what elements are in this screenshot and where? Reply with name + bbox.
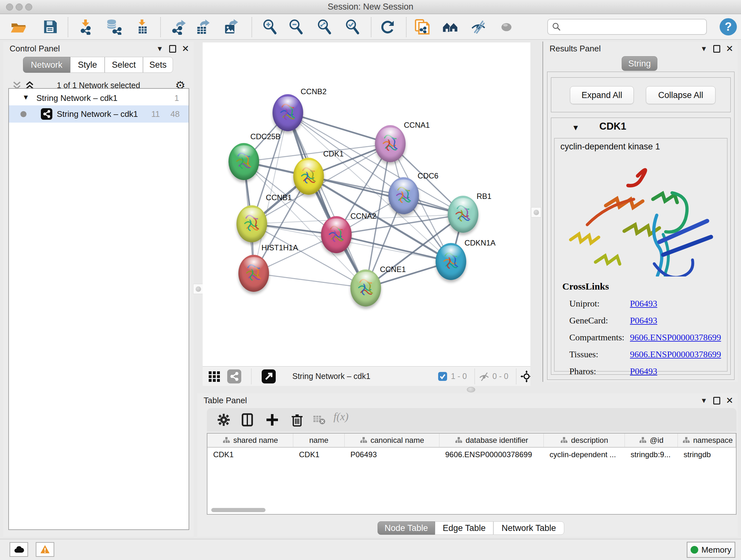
maximize-panel-button[interactable] xyxy=(713,397,720,405)
add-column-plus-icon[interactable] xyxy=(265,413,280,427)
maximize-panel-button[interactable] xyxy=(713,45,720,53)
cell-shared-name[interactable]: CDK1 xyxy=(207,448,293,462)
network-edge[interactable] xyxy=(336,235,451,261)
network-view-icon[interactable] xyxy=(227,369,241,383)
cell-database-identifier[interactable]: 9606.ENSP00000378699 xyxy=(440,448,544,462)
column-header-canonical-name[interactable]: canonical name xyxy=(345,434,440,447)
column-header-id[interactable]: @id xyxy=(625,434,678,447)
control-panel-title: Control Panel xyxy=(10,42,60,56)
tab-edge-table[interactable]: Edge Table xyxy=(435,521,493,535)
maximize-panel-button[interactable] xyxy=(169,45,176,53)
network-node-cdkn1a[interactable] xyxy=(435,243,466,280)
tree-expander-icon[interactable]: ▼ xyxy=(22,93,29,102)
selected-checkbox-icon[interactable] xyxy=(438,372,447,381)
float-panel-button[interactable]: ▼ xyxy=(700,396,708,405)
crosslink-link[interactable]: P06493 xyxy=(630,366,657,376)
close-panel-button[interactable]: ✕ xyxy=(182,45,189,53)
network-row[interactable]: String Network – cdk1 11 48 xyxy=(9,105,189,123)
duplicate-network-button[interactable] xyxy=(413,18,431,36)
entry-expander-icon[interactable]: ▼ xyxy=(572,123,580,132)
cell-canonical-name[interactable]: P06493 xyxy=(345,448,440,462)
memory-button[interactable]: Memory xyxy=(687,542,735,558)
cell-name[interactable]: CDK1 xyxy=(293,448,345,462)
network-node-cdc6[interactable] xyxy=(388,177,419,214)
export-image-button[interactable] xyxy=(221,18,239,36)
network-node-cdc25b[interactable] xyxy=(228,143,259,180)
crosslink-link[interactable]: 9606.ENSP00000378699 xyxy=(630,332,721,343)
delete-trash-icon[interactable] xyxy=(290,413,305,427)
expand-all-button[interactable]: Expand All xyxy=(570,86,634,104)
float-panel-button[interactable]: ▼ xyxy=(700,45,708,53)
crosslink-link[interactable]: P06493 xyxy=(630,315,657,326)
show-all-button[interactable] xyxy=(497,18,515,36)
zoom-fit-button[interactable] xyxy=(315,18,333,36)
network-edge[interactable] xyxy=(309,176,463,214)
column-header-namespace[interactable]: namespace xyxy=(678,434,736,447)
open-in-new-window-icon[interactable] xyxy=(262,369,276,383)
grid-view-icon[interactable] xyxy=(207,369,221,383)
table-row[interactable]: CDK1 CDK1 P06493 9606.ENSP00000378699 cy… xyxy=(207,448,736,462)
cell-namespace[interactable]: stringdb xyxy=(678,448,736,462)
column-header-shared-name[interactable]: shared name xyxy=(207,434,293,447)
open-session-button[interactable] xyxy=(10,18,27,36)
splitter-handle[interactable] xyxy=(531,207,541,217)
network-node-hist1h1a[interactable] xyxy=(239,255,269,292)
tab-sets[interactable]: Sets xyxy=(143,57,173,73)
network-node-ccna1[interactable] xyxy=(375,125,406,162)
warning-button[interactable] xyxy=(36,542,54,557)
crosslink-link[interactable]: 9606.ENSP00000378699 xyxy=(630,349,721,360)
network-node-ccnb1[interactable] xyxy=(237,205,267,242)
collapse-all-button[interactable]: Collapse All xyxy=(646,86,716,104)
import-network-button[interactable] xyxy=(77,18,95,36)
table-header-row: shared name name canonical name database… xyxy=(207,434,736,448)
collection-label: String Network – cdk1 xyxy=(37,91,118,105)
cell-description[interactable]: cyclin-dependent ... xyxy=(544,448,625,462)
right-splitter[interactable] xyxy=(530,40,542,393)
network-node-ccna2[interactable] xyxy=(321,216,352,253)
network-node-ccne1[interactable] xyxy=(350,269,381,307)
show-columns-icon[interactable] xyxy=(240,413,255,427)
tab-node-table[interactable]: Node Table xyxy=(378,521,435,535)
zoom-in-button[interactable] xyxy=(261,18,279,36)
tab-network[interactable]: Network xyxy=(23,57,70,73)
zoom-selected-button[interactable] xyxy=(343,18,361,36)
horizontal-scrollbar[interactable] xyxy=(211,508,266,512)
first-neighbors-button[interactable] xyxy=(441,18,459,36)
export-network-button[interactable] xyxy=(170,18,188,36)
network-canvas[interactable]: CCNB2CCNA1CDC25BCDK1CDC6RB1CCNB1CCNA2CDK… xyxy=(203,43,530,366)
column-header-name[interactable]: name xyxy=(293,434,345,447)
cell-id[interactable]: stringdb:9... xyxy=(625,448,678,462)
network-collection-row[interactable]: ▼ String Network – cdk1 1 xyxy=(9,91,189,105)
zoom-out-button[interactable] xyxy=(287,18,305,36)
tab-network-table[interactable]: Network Table xyxy=(493,521,564,535)
refresh-network-button[interactable] xyxy=(379,18,397,36)
network-node-ccnb2[interactable] xyxy=(273,94,303,131)
close-panel-button[interactable]: ✕ xyxy=(726,45,733,53)
tab-string[interactable]: String xyxy=(622,56,657,71)
tab-select[interactable]: Select xyxy=(105,57,143,73)
network-node-cdk1[interactable] xyxy=(293,158,324,195)
horizontal-splitter[interactable] xyxy=(203,386,530,393)
crosslink-link[interactable]: P06493 xyxy=(630,299,657,309)
import-table-button[interactable] xyxy=(133,18,151,36)
table-settings-gear-icon[interactable] xyxy=(216,413,231,427)
hidden-eye-slash-icon[interactable] xyxy=(479,371,489,382)
tab-style[interactable]: Style xyxy=(70,57,105,73)
network-node-rb1[interactable] xyxy=(448,196,478,233)
column-header-database-identifier[interactable]: database identifier xyxy=(440,434,544,447)
close-panel-button[interactable]: ✕ xyxy=(726,397,733,405)
hide-selected-button[interactable] xyxy=(469,18,487,36)
help-button[interactable]: ? xyxy=(720,18,737,36)
splitter-handle[interactable] xyxy=(193,284,203,294)
left-splitter[interactable] xyxy=(194,40,203,393)
network-edge[interactable] xyxy=(254,273,366,288)
cloud-button[interactable] xyxy=(10,542,28,557)
column-header-description[interactable]: description xyxy=(544,434,625,447)
network-edge[interactable] xyxy=(288,113,366,288)
import-database-button[interactable] xyxy=(105,18,123,36)
float-panel-button[interactable]: ▼ xyxy=(156,45,163,53)
save-session-button[interactable] xyxy=(42,18,59,36)
search-input[interactable] xyxy=(564,22,702,32)
splitter-handle[interactable] xyxy=(467,387,475,392)
export-table-button[interactable] xyxy=(194,18,212,36)
